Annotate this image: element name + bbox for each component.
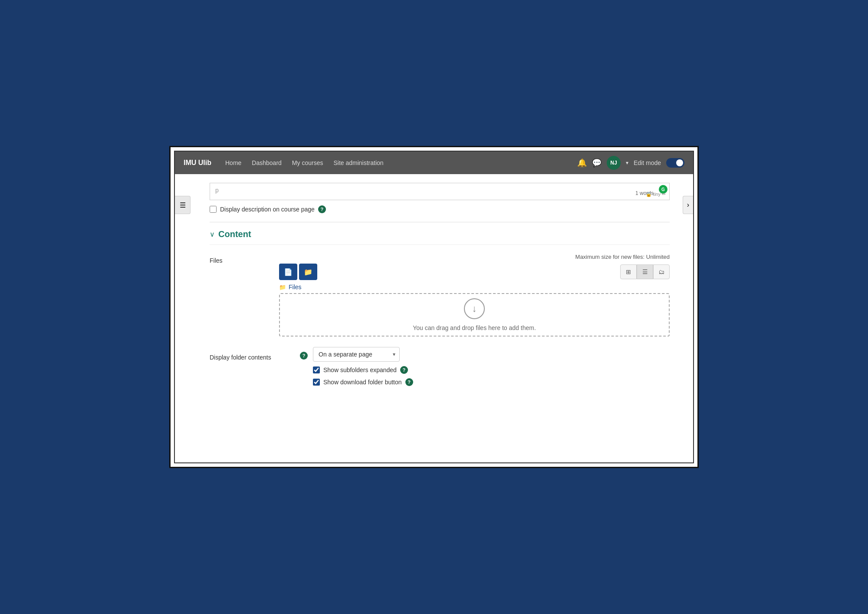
files-header: Maximum size for new files: Unlimited bbox=[279, 254, 670, 260]
grid-view-button[interactable]: ⊞ bbox=[620, 264, 637, 279]
text-editor[interactable]: p G 1 words 🔒 tiny ✏ bbox=[210, 183, 670, 200]
folder-view-icon: 🗂 bbox=[658, 268, 664, 275]
content-section-header: ∨ Content bbox=[210, 229, 670, 245]
display-description-row: Display description on course page ? bbox=[210, 205, 670, 213]
file-toolbar: 📄 📁 ⊞ bbox=[279, 264, 670, 280]
add-folder-icon: 📁 bbox=[304, 268, 312, 276]
right-chevron-icon: › bbox=[687, 201, 689, 209]
show-subfolders-label: Show subfolders expanded bbox=[323, 366, 397, 373]
display-folder-help-icon[interactable]: ? bbox=[300, 352, 308, 360]
list-icon: ☰ bbox=[642, 268, 648, 275]
drop-download-icon: ↓ bbox=[464, 298, 485, 319]
files-nav: 📁 Files bbox=[279, 284, 670, 290]
display-folder-controls: On a separate page Inline on a course pa… bbox=[313, 347, 670, 386]
nav-my-courses[interactable]: My courses bbox=[292, 159, 323, 166]
navbar-brand[interactable]: IMU Ulib bbox=[184, 159, 211, 167]
right-collapse-button[interactable]: › bbox=[683, 196, 693, 214]
nav-site-admin[interactable]: Site administration bbox=[333, 159, 383, 166]
folder-icon: 📁 bbox=[279, 284, 286, 290]
show-download-help-icon[interactable]: ? bbox=[405, 378, 413, 386]
edit-mode-label: Edit mode bbox=[634, 159, 661, 166]
navbar-right: 🔔 💬 NJ ▾ Edit mode bbox=[577, 156, 684, 170]
description-row: p G 1 words 🔒 tiny ✏ Display description… bbox=[210, 183, 670, 213]
sidebar-toggle-button[interactable]: ☰ bbox=[175, 196, 191, 214]
show-download-row: Show download folder button ? bbox=[313, 378, 670, 386]
show-subfolders-row: Show subfolders expanded ? bbox=[313, 366, 670, 374]
avatar[interactable]: NJ bbox=[607, 156, 621, 170]
folder-view-button[interactable]: 🗂 bbox=[653, 264, 670, 279]
drop-zone-text: You can drag and drop files here to add … bbox=[413, 324, 536, 331]
display-description-checkbox[interactable] bbox=[210, 206, 217, 213]
add-folder-button[interactable]: 📁 bbox=[299, 264, 317, 280]
display-description-label: Display description on course page bbox=[220, 206, 315, 213]
nav-dashboard[interactable]: Dashboard bbox=[252, 159, 282, 166]
sidebar-toggle-icon: ☰ bbox=[180, 201, 186, 209]
chevron-down-icon[interactable]: ▾ bbox=[626, 160, 628, 166]
messages-icon[interactable]: 💬 bbox=[592, 158, 602, 168]
content-panel: p G 1 words 🔒 tiny ✏ Display description… bbox=[197, 174, 683, 402]
drop-zone[interactable]: ↓ You can drag and drop files here to ad… bbox=[279, 293, 670, 337]
files-folder-link[interactable]: Files bbox=[289, 284, 302, 290]
view-toggle-group: ⊞ ☰ 🗂 bbox=[620, 264, 670, 279]
content-collapse-icon[interactable]: ∨ bbox=[210, 230, 215, 238]
files-label: Files bbox=[210, 254, 262, 337]
list-view-button[interactable]: ☰ bbox=[637, 264, 653, 279]
notifications-icon[interactable]: 🔔 bbox=[577, 158, 587, 168]
show-subfolders-help-icon[interactable]: ? bbox=[400, 366, 408, 374]
add-file-icon: 📄 bbox=[284, 268, 293, 276]
file-toolbar-left: 📄 📁 bbox=[279, 264, 317, 280]
section-divider bbox=[210, 222, 670, 222]
nav-home[interactable]: Home bbox=[225, 159, 241, 166]
max-size-label: Maximum size for new files: Unlimited bbox=[575, 254, 670, 260]
main-content: ☰ › p G 1 words 🔒 tiny ✏ bbox=[175, 174, 693, 402]
show-subfolders-checkbox[interactable] bbox=[313, 366, 320, 373]
edit-mode-toggle[interactable] bbox=[666, 158, 684, 168]
display-description-help-icon[interactable]: ? bbox=[318, 205, 326, 213]
display-folder-select-wrapper: On a separate page Inline on a course pa… bbox=[313, 347, 400, 362]
show-download-checkbox[interactable] bbox=[313, 379, 320, 386]
display-folder-row: Display folder contents ? On a separate … bbox=[210, 347, 670, 386]
display-folder-select[interactable]: On a separate page Inline on a course pa… bbox=[313, 347, 400, 362]
content-section-title: Content bbox=[218, 229, 251, 239]
files-section: Files Maximum size for new files: Unlimi… bbox=[210, 254, 670, 337]
add-file-button[interactable]: 📄 bbox=[279, 264, 297, 280]
display-folder-label: Display folder contents bbox=[210, 350, 296, 361]
navbar: IMU Ulib Home Dashboard My courses Site … bbox=[175, 152, 693, 174]
files-content: Maximum size for new files: Unlimited 📄 … bbox=[279, 254, 670, 337]
editor-placeholder: p bbox=[215, 187, 219, 194]
tiny-logo: 🔒 tiny ✏ bbox=[646, 191, 666, 197]
show-download-label: Show download folder button bbox=[323, 379, 402, 386]
grid-icon: ⊞ bbox=[626, 268, 631, 275]
